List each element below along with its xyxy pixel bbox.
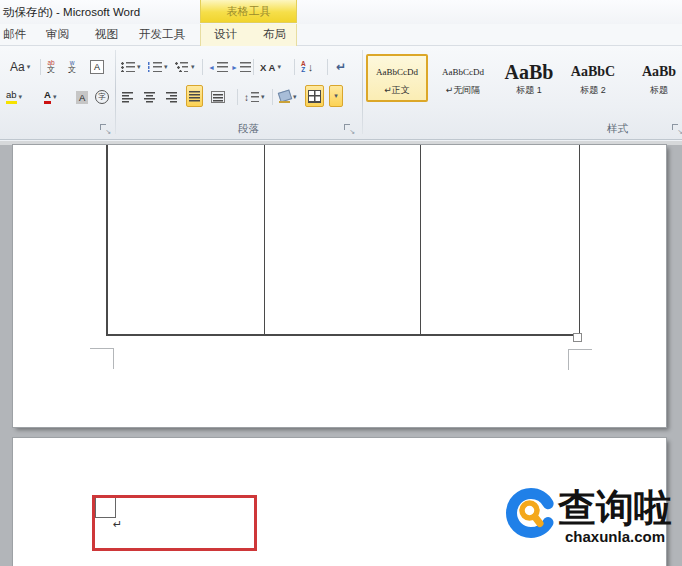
enclose-characters-icon: 字 xyxy=(95,90,109,104)
group-separator xyxy=(362,50,363,134)
up-down-arrow-icon: ↕ xyxy=(244,92,249,103)
font-dialog-launcher[interactable] xyxy=(100,124,110,134)
chevron-down-icon: ▾ xyxy=(334,92,338,100)
down-arrow-icon: ↓ xyxy=(308,61,314,73)
window-title: 动保存的) - Microsoft Word xyxy=(3,5,140,20)
table-left-border xyxy=(106,145,108,335)
phonetic-guide-button[interactable]: ab 文 xyxy=(45,56,57,78)
document-page-1[interactable] xyxy=(13,145,666,427)
tab-mailings[interactable]: 邮件 xyxy=(3,27,26,42)
chevron-down-icon: ▾ xyxy=(261,93,265,101)
enclose-characters-button[interactable]: 字 xyxy=(93,86,111,108)
separator xyxy=(237,89,238,105)
shading-button[interactable]: ▾ xyxy=(276,86,299,108)
style-preview: AaBb xyxy=(628,62,682,82)
tab-table-design[interactable]: 设计 xyxy=(214,27,237,42)
font-color-icon: A xyxy=(44,90,51,105)
style-name: ↵无间隔 xyxy=(432,84,494,97)
table-resize-handle[interactable] xyxy=(573,333,582,342)
style-item-no-spacing[interactable]: AaBbCcDd ↵无间隔 xyxy=(432,54,494,102)
paragraph-mark: ↵ xyxy=(113,518,122,531)
change-case-button[interactable]: Aa ▾ xyxy=(8,56,32,78)
lines-icon xyxy=(217,62,228,72)
justify-icon xyxy=(189,91,200,102)
paint-bucket-icon xyxy=(278,91,291,103)
tab-table-layout[interactable]: 布局 xyxy=(263,27,286,42)
show-hide-marks-button[interactable]: ↵ xyxy=(334,56,348,78)
right-triangle-icon: ► xyxy=(231,64,238,71)
style-preview: AaBbCcDd xyxy=(432,62,494,82)
style-item-heading2[interactable]: AaBbC 标题 2 xyxy=(562,54,624,102)
asian-layout-icon: X A xyxy=(260,62,275,73)
align-center-button[interactable] xyxy=(142,86,157,108)
character-shading-button[interactable]: A xyxy=(74,86,90,108)
document-area: ↵ 查询啦 chaxunla.com xyxy=(0,141,682,566)
margin-crop-mark-right xyxy=(568,349,592,370)
multilevel-list-icon xyxy=(175,62,189,72)
line-spacing-button[interactable]: ↕ ▾ xyxy=(242,86,267,108)
document-page-2[interactable]: ↵ 查询啦 chaxunla.com xyxy=(13,438,666,566)
table-tools-contextual-badge: 表格工具 xyxy=(200,0,297,23)
tab-view[interactable]: 视图 xyxy=(95,27,118,42)
style-item-heading1[interactable]: AaBb 标题 1 xyxy=(498,54,560,102)
separator xyxy=(327,59,328,75)
bullets-icon xyxy=(121,62,135,72)
borders-button[interactable] xyxy=(305,85,324,107)
separator xyxy=(272,89,273,105)
align-right-icon xyxy=(166,92,177,103)
character-shading-icon: A xyxy=(76,91,88,104)
text-highlight-button[interactable]: ab ▾ xyxy=(4,86,24,108)
chevron-down-icon: ▾ xyxy=(27,63,31,71)
style-item-title[interactable]: AaBb 标题 xyxy=(628,54,682,102)
style-item-normal[interactable]: AaBbCcDd ↵正文 xyxy=(366,54,428,102)
separator xyxy=(40,59,41,75)
paragraph-mark-icon: ↵ xyxy=(336,60,346,74)
chevron-down-icon: ▾ xyxy=(191,63,195,71)
chevron-down-icon: ▾ xyxy=(164,63,168,71)
ribbon: Aa ▾ ab 文 w 文 A ab ▾ A xyxy=(0,46,682,140)
increase-indent-button[interactable]: ► xyxy=(229,56,253,78)
numbering-button[interactable]: ▾ xyxy=(146,56,170,78)
tab-review[interactable]: 审阅 xyxy=(46,27,69,42)
numbering-icon xyxy=(148,62,162,72)
paragraph-dialog-launcher[interactable] xyxy=(344,124,354,134)
distributed-icon xyxy=(211,91,225,103)
style-preview: AaBbC xyxy=(562,62,624,82)
phonetic-guide-icon: ab 文 xyxy=(47,60,55,75)
magnifier-logo-icon xyxy=(505,487,557,539)
borders-dropdown-button[interactable]: ▾ xyxy=(329,85,343,107)
change-case-icon: Aa xyxy=(10,60,25,74)
align-right-button[interactable] xyxy=(164,86,179,108)
separator xyxy=(253,59,254,75)
character-border-button[interactable]: A xyxy=(88,56,106,78)
table-column-line xyxy=(420,145,421,335)
text-highlight-icon: ab xyxy=(6,90,17,105)
separator xyxy=(202,59,203,75)
multilevel-list-button[interactable]: ▾ xyxy=(173,56,197,78)
sort-button[interactable]: A Z ↓ xyxy=(299,56,315,78)
justify-button[interactable] xyxy=(186,85,203,107)
chevron-down-icon: ▾ xyxy=(53,93,57,101)
styles-dialog-launcher[interactable] xyxy=(672,124,682,134)
table-right-border xyxy=(579,145,580,335)
align-left-icon xyxy=(122,92,133,103)
separator xyxy=(294,59,295,75)
distributed-button[interactable] xyxy=(209,86,227,108)
align-left-button[interactable] xyxy=(120,86,135,108)
font-color-button[interactable]: A ▾ xyxy=(42,86,58,108)
group-separator xyxy=(115,50,116,134)
asian-characters-icon: w 文 xyxy=(68,60,76,75)
style-name: 标题 1 xyxy=(498,84,560,97)
style-name: ↵正文 xyxy=(368,84,426,97)
style-preview: AaBbCcDd xyxy=(368,62,426,82)
table-bottom-border xyxy=(106,334,580,336)
tab-developer[interactable]: 开发工具 xyxy=(139,27,185,42)
asian-characters-button[interactable]: w 文 xyxy=(66,56,78,78)
asian-layout-button[interactable]: X A ▾ xyxy=(258,56,283,78)
bullets-button[interactable]: ▾ xyxy=(119,56,143,78)
style-preview: AaBb xyxy=(498,62,560,82)
table-column-line xyxy=(264,145,265,335)
decrease-indent-button[interactable]: ◄ xyxy=(206,56,230,78)
sort-az-icon: A Z xyxy=(301,61,306,73)
watermark-domain-text: chaxunla.com xyxy=(565,528,665,545)
